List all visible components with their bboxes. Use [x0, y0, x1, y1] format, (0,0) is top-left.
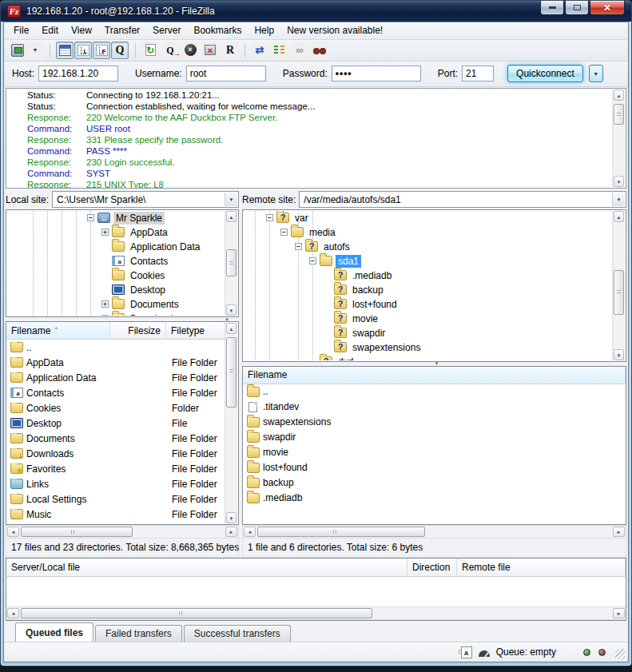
chevron-down-icon[interactable]: ▼ — [225, 193, 237, 206]
node-label[interactable]: lost+found — [350, 298, 399, 311]
file-row[interactable]: Links File Folder — [6, 476, 225, 491]
tree-item[interactable]: − Mr Sparkle — [7, 211, 225, 225]
scroll-up-arrow[interactable]: ▲ — [226, 211, 237, 222]
menu-item[interactable]: Transfer — [98, 22, 146, 38]
expand-toggle[interactable]: − — [295, 243, 302, 250]
file-row[interactable]: AppData File Folder — [6, 355, 225, 370]
local-site-combobox[interactable]: C:\Users\Mr Sparkle\ ▼ — [52, 191, 239, 208]
resize-grip[interactable] — [615, 649, 626, 659]
menu-item[interactable]: Edit — [35, 22, 65, 38]
reconnect-button[interactable]: R — [221, 42, 239, 59]
file-row[interactable]: Local Settings File Folder — [6, 491, 225, 507]
expand-toggle[interactable]: − — [280, 229, 288, 236]
expand-toggle[interactable] — [101, 286, 109, 293]
scroll-left-arrow[interactable]: ◄ — [7, 608, 19, 618]
scroll-down-arrow[interactable]: ▼ — [614, 176, 624, 187]
quickconnect-button[interactable]: Quickconnect — [507, 65, 583, 82]
node-label[interactable]: swapextensions — [350, 341, 423, 354]
file-row[interactable]: Contacts File Folder — [6, 385, 225, 400]
site-manager-button[interactable] — [9, 42, 26, 59]
node-label[interactable]: backup — [350, 284, 386, 296]
node-label[interactable]: autofs — [321, 241, 352, 253]
expand-toggle[interactable]: − — [87, 214, 94, 221]
scroll-down-arrow[interactable]: ▼ — [614, 349, 624, 360]
tree-item[interactable]: swapextensions — [244, 340, 612, 355]
node-label[interactable]: Downloads — [128, 312, 180, 316]
directory-comparison-button[interactable] — [271, 42, 288, 59]
column-header-filetype[interactable]: Filetype — [166, 322, 225, 339]
node-label[interactable]: Contacts — [128, 255, 170, 268]
tree-item[interactable]: Cookies — [7, 268, 225, 283]
node-label[interactable]: movie — [350, 312, 380, 325]
scrollbar-thumb[interactable] — [257, 527, 425, 537]
cancel-operation-button[interactable]: × — [181, 42, 199, 59]
scroll-down-arrow[interactable]: ▼ — [226, 304, 237, 316]
file-row[interactable]: swapextensions — [243, 415, 626, 430]
menu-item[interactable]: View — [65, 22, 98, 38]
node-label[interactable]: Desktop — [128, 284, 168, 296]
username-input[interactable] — [186, 66, 266, 82]
expand-toggle[interactable]: + — [101, 300, 109, 308]
chevron-down-icon[interactable]: ▼ — [612, 193, 625, 206]
tree-item[interactable]: + Documents — [7, 297, 225, 312]
scroll-right-arrow[interactable]: ► — [225, 527, 237, 537]
file-row[interactable]: .. — [243, 384, 626, 400]
scroll-left-arrow[interactable]: ◄ — [244, 527, 256, 537]
expand-toggle[interactable]: + — [101, 315, 109, 316]
expand-toggle[interactable]: + — [101, 229, 109, 236]
file-row[interactable]: .mediadb — [243, 491, 626, 506]
file-row[interactable]: Music File Folder — [6, 507, 225, 522]
synchronized-browsing-button[interactable]: ⇄ — [251, 42, 268, 59]
queue-column-direction[interactable]: Direction — [407, 559, 457, 576]
scroll-up-arrow[interactable]: ▲ — [226, 323, 237, 334]
tab-queued-files[interactable]: Queued files — [15, 622, 93, 642]
file-row[interactable]: lost+found — [243, 460, 626, 475]
scroll-left-arrow[interactable]: ◄ — [7, 527, 19, 537]
file-row[interactable]: .titandev — [243, 400, 626, 415]
process-queue-button[interactable]: Q — [161, 42, 179, 59]
tree-item[interactable]: + Downloads — [7, 312, 225, 316]
tree-item[interactable]: + AppData — [7, 225, 225, 240]
scrollbar-thumb[interactable] — [226, 337, 237, 408]
toggle-message-log-button[interactable] — [56, 42, 74, 59]
scrollbar-thumb[interactable] — [21, 527, 133, 537]
node-label[interactable]: sda1 — [336, 255, 361, 268]
port-input[interactable] — [462, 66, 494, 82]
tree-item[interactable]: lost+found — [244, 297, 612, 312]
node-label[interactable]: Mr Sparkle — [113, 212, 165, 225]
expand-toggle[interactable] — [309, 358, 316, 360]
remote-site-combobox[interactable]: /var/media/autofs/sda1 ▼ — [299, 191, 626, 208]
expand-toggle[interactable] — [324, 300, 331, 308]
file-row[interactable]: Cookies Folder — [6, 400, 225, 416]
node-label[interactable]: var — [292, 212, 311, 225]
scroll-right-arrow[interactable]: ► — [613, 527, 625, 537]
site-manager-dropdown[interactable]: ▼ — [26, 42, 44, 59]
node-label[interactable]: AppData — [128, 226, 170, 239]
scrollbar-thumb[interactable] — [226, 249, 237, 276]
expand-toggle[interactable] — [101, 243, 109, 250]
tree-item[interactable]: − sda1 — [244, 254, 612, 268]
toggle-queue-button[interactable]: Q — [111, 42, 129, 59]
password-input[interactable] — [332, 66, 421, 82]
menu-item[interactable]: File — [7, 22, 35, 38]
file-row[interactable]: movie — [243, 445, 626, 460]
file-row[interactable]: Downloads File Folder — [6, 446, 225, 461]
scrollbar-thumb[interactable] — [614, 104, 624, 125]
column-header-filesize[interactable]: Filesize — [110, 322, 166, 339]
titlebar[interactable]: Fz 192.168.1.20 - root@192.168.1.20 - Fi… — [1, 1, 631, 22]
queue-column-local-file[interactable]: Server/Local file — [6, 559, 407, 576]
tree-item[interactable]: − media — [244, 225, 612, 240]
tree-item[interactable]: Application Data — [7, 240, 225, 254]
refresh-button[interactable]: ↻ — [141, 42, 159, 59]
file-row[interactable]: swapdir — [243, 430, 626, 445]
column-header-filename[interactable]: Filename▲ — [6, 322, 110, 339]
node-label[interactable]: Application Data — [128, 241, 202, 253]
expand-toggle[interactable] — [101, 272, 109, 279]
scroll-up-arrow[interactable]: ▲ — [614, 211, 624, 222]
minimize-button[interactable] — [540, 1, 564, 15]
maximize-button[interactable] — [565, 1, 589, 15]
menu-item[interactable]: Server — [146, 22, 187, 38]
scroll-up-arrow[interactable]: ▲ — [614, 89, 624, 101]
tree-item[interactable]: Desktop — [7, 283, 225, 297]
node-label[interactable]: Documents — [128, 298, 181, 311]
